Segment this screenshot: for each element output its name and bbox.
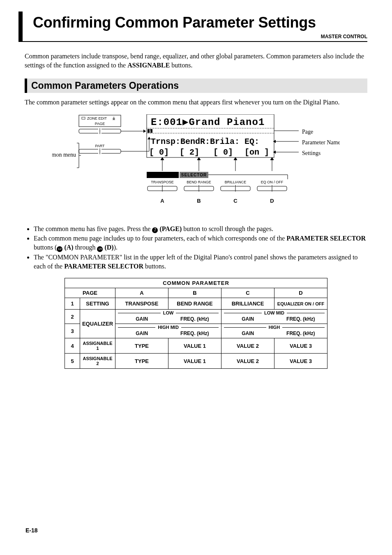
col-page: PAGE [65, 288, 115, 298]
lcd-v1: [ 0] [149, 148, 169, 157]
b2-bold1: PARAMETER SELECTOR [286, 235, 366, 242]
intro-paragraph: Common parameters include transpose, ben… [25, 52, 367, 69]
r1-a: TRANSPOSE [115, 298, 168, 310]
r2-low: LOW [161, 310, 176, 315]
common-parameter-table: COMMON PARAMETER PAGE A B C D 1 SETTING … [65, 278, 327, 369]
page-number: E-18 [25, 527, 38, 534]
r3-highmid-freq: FREQ. (kHz) [168, 331, 221, 336]
r1-c: BRILLIANCE [221, 298, 274, 310]
r5-v3: VALUE 3 [274, 354, 327, 369]
b2-a: (A) [62, 244, 73, 251]
table-row: 4 ASSIGNABLE 1 TYPE VALUE 1 VALUE 2 VALU… [65, 338, 327, 354]
r3-highmid: HIGH MID [155, 325, 181, 330]
r5-v2: VALUE 2 [221, 354, 274, 369]
b2-thru: through [74, 244, 97, 251]
svg-marker-22 [273, 140, 276, 143]
btn12-icon: 12 [57, 246, 62, 252]
svg-marker-48 [270, 157, 274, 160]
btn15-icon: 15 [97, 246, 103, 252]
r5-page: ASSIGNABLE 2 [80, 354, 115, 369]
r1-page: SETTING [80, 298, 115, 310]
d-label: D [270, 198, 274, 204]
col-a: A [115, 288, 168, 298]
page-callout: Page [302, 129, 313, 135]
bullet-list: The common menu has five pages. Press th… [25, 224, 367, 271]
btn7-icon: 7 [152, 227, 158, 233]
svg-marker-44 [197, 157, 201, 160]
lcd-param-line: Trnsp:BendR:Brila: EQ: [151, 137, 259, 146]
col-b: B [168, 288, 221, 298]
common-menu-label: Common menu [52, 152, 76, 158]
section-heading: Common Parameters Operations [25, 79, 367, 93]
a-label: A [160, 198, 164, 204]
table-row: 1 SETTING TRANSPOSE BEND RANGE BRILLIANC… [65, 298, 327, 310]
table-row: 2 EQUALIZER LOW GAIN FREQ. (kHz) LOW MID… [65, 310, 327, 324]
lcd-v2: [ 2] [180, 148, 199, 157]
eq-page: EQUALIZER [80, 310, 115, 338]
r2-low-gain: GAIN [115, 316, 168, 322]
r1-b: BEND RANGE [168, 298, 221, 310]
bullet-3: The "COMMON PARAMETER" list in the upper… [34, 253, 367, 271]
eq-btn-label: EQ ON / OFF [261, 180, 284, 184]
b1-page: (PAGE) [159, 225, 182, 232]
zone-edit-label: ZONE EDIT [87, 116, 107, 120]
bullet-2: Each common menu page includes up to fou… [34, 234, 367, 252]
lcd-top-line: E:001▶Grand Piano1 [151, 117, 265, 128]
r5-v1: VALUE 1 [168, 354, 221, 369]
b2-d: (D) [103, 244, 113, 251]
intro-bold: ASSIGNABLE [127, 62, 170, 69]
lcd-diagram: ZONE EDIT PAGE PART Common menu [52, 114, 340, 213]
svg-marker-11 [143, 130, 146, 133]
para-1: The common parameter settings appear on … [25, 98, 367, 107]
col-c: C [221, 288, 274, 298]
paramname-callout: Parameter Name [302, 139, 340, 146]
bullet-1: The common menu has five pages. Press th… [34, 224, 367, 234]
r4-v3: VALUE 3 [274, 338, 327, 354]
svg-marker-42 [161, 157, 164, 160]
intro-text-pre: Common parameters include transpose, ben… [25, 53, 364, 69]
b-label: B [197, 198, 201, 204]
r3-high-gain: GAIN [221, 331, 274, 336]
b3-post: buttons. [143, 263, 166, 270]
col-d: D [274, 288, 327, 298]
r2-lowmid-gain: GAIN [221, 316, 274, 322]
bendrange-btn-label: BEND RANGE [187, 180, 211, 184]
b2-mid: buttons ( [34, 244, 57, 251]
svg-marker-14 [148, 137, 151, 139]
transpose-btn-label: TRANSPOSE [151, 180, 174, 184]
r1-d: EQUALIZER ON / OFF [274, 298, 327, 310]
page-btn-label: PAGE [95, 122, 105, 126]
r4-type: TYPE [115, 338, 168, 354]
param-word: PARAMETER [150, 173, 176, 177]
r5-type: TYPE [115, 354, 168, 369]
b2-pre: Each common menu page includes up to fou… [34, 235, 286, 242]
lcd-v3: [ 0] [213, 148, 233, 157]
r4-v1: VALUE 1 [168, 338, 221, 354]
brilliance-btn-label: BRILLIANCE [225, 180, 247, 184]
master-control-label: MASTER CONTROL [25, 34, 367, 41]
lcd-v4: [on ] [244, 148, 269, 157]
r2-lowmid-freq: FREQ. (kHz) [274, 316, 327, 322]
table-row: 5 ASSIGNABLE 2 TYPE VALUE 1 VALUE 2 VALU… [65, 354, 327, 369]
part-btn-label: PART [95, 144, 105, 148]
r3-highmid-gain: GAIN [115, 331, 168, 336]
svg-marker-24 [273, 150, 276, 154]
svg-rect-1 [82, 117, 85, 119]
r2-low-freq: FREQ. (kHz) [168, 316, 221, 322]
r4-page: ASSIGNABLE 1 [80, 338, 115, 354]
title-block: Confirming Common Parameter Settings MAS… [18, 12, 367, 42]
table-title: COMMON PARAMETER [65, 278, 327, 288]
intro-text-post: buttons. [170, 62, 192, 69]
b1-pre: The common menu has five pages. Press th… [34, 225, 152, 232]
r3-high: HIGH [266, 325, 283, 330]
page-title: Confirming Common Parameter Settings [25, 12, 367, 33]
b1-post: button to scroll through the pages. [182, 225, 273, 232]
b2-end: ). [114, 244, 118, 251]
r4-v2: VALUE 2 [221, 338, 274, 354]
selector-word: SELECTOR [181, 173, 207, 177]
c-label: C [233, 198, 238, 204]
svg-text:1: 1 [149, 129, 151, 134]
settings-callout: Settings [302, 150, 321, 156]
b3-bold: PARAMETER SELECTOR [64, 263, 143, 270]
svg-marker-46 [234, 157, 237, 160]
